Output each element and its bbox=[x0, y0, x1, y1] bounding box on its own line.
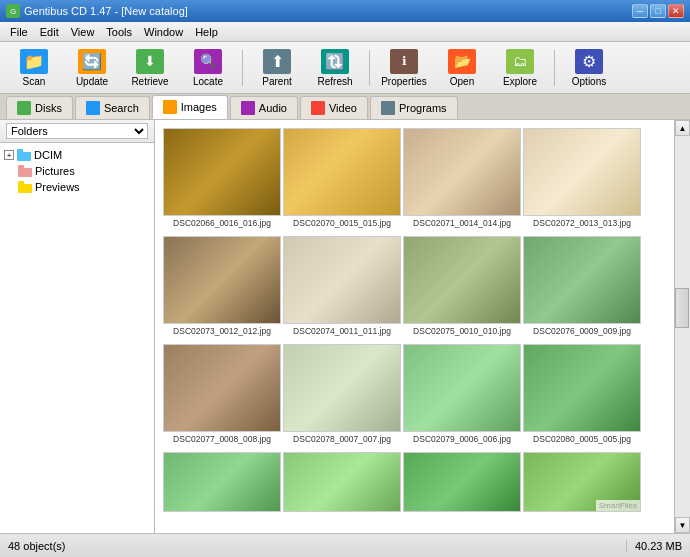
refresh-button[interactable]: 🔃 Refresh bbox=[307, 46, 363, 90]
search-tab-icon bbox=[86, 101, 100, 115]
options-button[interactable]: ⚙ Options bbox=[561, 46, 617, 90]
thumbnail-3[interactable] bbox=[403, 128, 521, 216]
thumbnail-15[interactable] bbox=[403, 452, 521, 512]
tree-item-pictures[interactable]: Pictures bbox=[4, 163, 150, 179]
retrieve-icon: ⬇ bbox=[136, 49, 164, 74]
label-10: DSC02078_0007_007.jpg bbox=[283, 434, 401, 444]
explore-label: Explore bbox=[503, 76, 537, 87]
toolbar-separator-1 bbox=[242, 50, 243, 86]
image-row-3: DSC02077_0008_008.jpg DSC02078_0007_007.… bbox=[163, 344, 666, 444]
title-bar: G Gentibus CD 1.47 - [New catalog] ─ □ ✕ bbox=[0, 0, 690, 22]
menu-tools[interactable]: Tools bbox=[100, 24, 138, 40]
thumbnail-8[interactable] bbox=[523, 236, 641, 324]
scrollbar-track[interactable] bbox=[675, 136, 690, 517]
sidebar-header: Folders bbox=[0, 120, 154, 143]
tree-item-previews[interactable]: Previews bbox=[4, 179, 150, 195]
properties-label: Properties bbox=[381, 76, 427, 87]
sidebar-tree: + DCIM Pictures Previews bbox=[0, 143, 154, 533]
update-icon: 🔄 bbox=[78, 49, 106, 74]
tab-images[interactable]: Images bbox=[152, 95, 228, 119]
disks-tab-icon bbox=[17, 101, 31, 115]
menu-view[interactable]: View bbox=[65, 24, 101, 40]
tab-disks[interactable]: Disks bbox=[6, 96, 73, 119]
label-7: DSC02075_0010_010.jpg bbox=[403, 326, 521, 336]
label-4: DSC02072_0013_013.jpg bbox=[523, 218, 641, 228]
properties-icon: ℹ bbox=[390, 49, 418, 74]
thumbnail-10[interactable] bbox=[283, 344, 401, 432]
tab-programs-label: Programs bbox=[399, 102, 447, 114]
audio-tab-icon bbox=[241, 101, 255, 115]
tree-item-dcim[interactable]: + DCIM bbox=[4, 147, 150, 163]
scrollbar-down-button[interactable]: ▼ bbox=[675, 517, 690, 533]
explore-icon: 🗂 bbox=[506, 49, 534, 74]
locate-button[interactable]: 🔍 Locate bbox=[180, 46, 236, 90]
label-2: DSC02070_0015_015.jpg bbox=[283, 218, 401, 228]
dcim-folder-icon bbox=[17, 149, 31, 161]
tab-video[interactable]: Video bbox=[300, 96, 368, 119]
thumbnail-9[interactable] bbox=[163, 344, 281, 432]
properties-button[interactable]: ℹ Properties bbox=[376, 46, 432, 90]
label-12: DSC02080_0005_005.jpg bbox=[523, 434, 641, 444]
minimize-button[interactable]: ─ bbox=[632, 4, 648, 18]
tab-images-label: Images bbox=[181, 101, 217, 113]
update-button[interactable]: 🔄 Update bbox=[64, 46, 120, 90]
tab-search-label: Search bbox=[104, 102, 139, 114]
tab-video-label: Video bbox=[329, 102, 357, 114]
image-row-4: SmartFiles bbox=[163, 452, 666, 512]
thumbnail-2[interactable] bbox=[283, 128, 401, 216]
toolbar-separator-3 bbox=[554, 50, 555, 86]
thumbnail-12[interactable] bbox=[523, 344, 641, 432]
dcim-expand[interactable]: + bbox=[4, 150, 14, 160]
scan-button[interactable]: 📁 Scan bbox=[6, 46, 62, 90]
explore-button[interactable]: 🗂 Explore bbox=[492, 46, 548, 90]
update-label: Update bbox=[76, 76, 108, 87]
tab-disks-label: Disks bbox=[35, 102, 62, 114]
thumbnail-5[interactable] bbox=[163, 236, 281, 324]
parent-button[interactable]: ⬆ Parent bbox=[249, 46, 305, 90]
menu-help[interactable]: Help bbox=[189, 24, 224, 40]
video-tab-icon bbox=[311, 101, 325, 115]
thumbnail-4[interactable] bbox=[523, 128, 641, 216]
thumbnail-16[interactable]: SmartFiles bbox=[523, 452, 641, 512]
dcim-label: DCIM bbox=[34, 149, 62, 161]
label-11: DSC02079_0006_006.jpg bbox=[403, 434, 521, 444]
scrollbar-up-button[interactable]: ▲ bbox=[675, 120, 690, 136]
thumbnail-14[interactable] bbox=[283, 452, 401, 512]
locate-label: Locate bbox=[193, 76, 223, 87]
thumbnail-7[interactable] bbox=[403, 236, 521, 324]
tab-programs[interactable]: Programs bbox=[370, 96, 458, 119]
folders-dropdown[interactable]: Folders bbox=[6, 123, 148, 139]
open-button[interactable]: 📂 Open bbox=[434, 46, 490, 90]
menu-file[interactable]: File bbox=[4, 24, 34, 40]
image-row-2: DSC02073_0012_012.jpg DSC02074_0011_011.… bbox=[163, 236, 666, 336]
menu-bar: File Edit View Tools Window Help bbox=[0, 22, 690, 42]
label-9: DSC02077_0008_008.jpg bbox=[163, 434, 281, 444]
thumbnail-11[interactable] bbox=[403, 344, 521, 432]
menu-window[interactable]: Window bbox=[138, 24, 189, 40]
retrieve-label: Retrieve bbox=[131, 76, 168, 87]
pictures-label: Pictures bbox=[35, 165, 75, 177]
tab-audio[interactable]: Audio bbox=[230, 96, 298, 119]
thumbnail-13[interactable] bbox=[163, 452, 281, 512]
maximize-button[interactable]: □ bbox=[650, 4, 666, 18]
label-5: DSC02073_0012_012.jpg bbox=[163, 326, 281, 336]
vertical-scrollbar[interactable]: ▲ ▼ bbox=[674, 120, 690, 533]
retrieve-button[interactable]: ⬇ Retrieve bbox=[122, 46, 178, 90]
main-content: Folders + DCIM Pictures Previews bbox=[0, 120, 690, 533]
label-8: DSC02076_0009_009.jpg bbox=[523, 326, 641, 336]
open-icon: 📂 bbox=[448, 49, 476, 74]
tab-search[interactable]: Search bbox=[75, 96, 150, 119]
tab-audio-label: Audio bbox=[259, 102, 287, 114]
locate-icon: 🔍 bbox=[194, 49, 222, 74]
thumbnail-6[interactable] bbox=[283, 236, 401, 324]
scrollbar-thumb[interactable] bbox=[675, 288, 689, 328]
refresh-label: Refresh bbox=[317, 76, 352, 87]
close-button[interactable]: ✕ bbox=[668, 4, 684, 18]
parent-label: Parent bbox=[262, 76, 291, 87]
image-area[interactable]: DSC02066_0016_016.jpg DSC02070_0015_015.… bbox=[155, 120, 674, 533]
parent-icon: ⬆ bbox=[263, 49, 291, 74]
scan-label: Scan bbox=[23, 76, 46, 87]
refresh-icon: 🔃 bbox=[321, 49, 349, 74]
menu-edit[interactable]: Edit bbox=[34, 24, 65, 40]
thumbnail-1[interactable] bbox=[163, 128, 281, 216]
